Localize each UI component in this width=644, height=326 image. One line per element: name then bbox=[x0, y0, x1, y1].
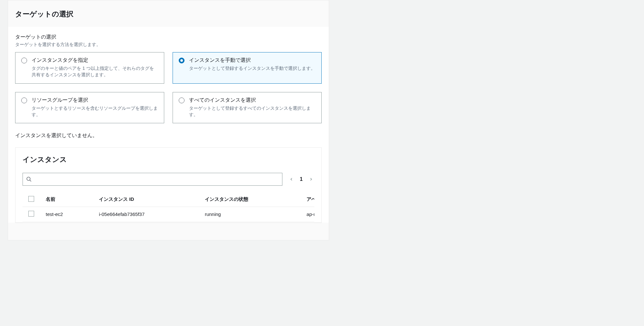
instances-table: 名前 インスタンス ID インスタンスの状態 アベイラビリティーゾーン P bbox=[23, 192, 314, 222]
select-all-header bbox=[23, 192, 40, 207]
chevron-right-icon bbox=[309, 177, 313, 182]
option-title: すべてのインスタンスを選択 bbox=[189, 97, 316, 104]
instances-panel: インスタンス 1 bbox=[15, 147, 322, 223]
option-desc: タグのキーと値のペアを 1 つ以上指定して、それらのタグを共有するインスタンスを… bbox=[32, 65, 158, 78]
table-header-row: 名前 インスタンス ID インスタンスの状態 アベイラビリティーゾーン P bbox=[23, 192, 314, 207]
radio-icon bbox=[21, 98, 27, 103]
option-choose-resource-group[interactable]: リソースグループを選択 ターゲットとするリソースを含むリソースグループを選択しま… bbox=[15, 92, 164, 124]
option-desc: ターゲットとして登録するすべてのインスタンスを選択します。 bbox=[189, 105, 316, 118]
table-row[interactable]: test-ec2 i-05e664efab7365f37 running ap-… bbox=[23, 207, 314, 222]
field-description: ターゲットを選択する方法を選択します。 bbox=[15, 42, 322, 48]
next-page-button[interactable] bbox=[308, 176, 314, 182]
row-checkbox[interactable] bbox=[28, 211, 34, 217]
option-choose-instances-manually[interactable]: インスタンスを手動で選択 ターゲットとして登録するインスタンスを手動で選択します… bbox=[173, 52, 322, 84]
instances-title: インスタンス bbox=[23, 155, 314, 164]
option-title: インスタンスを手動で選択 bbox=[189, 57, 316, 64]
target-options-grid: インスタンスタグを指定 タグのキーと値のペアを 1 つ以上指定して、それらのタグ… bbox=[15, 52, 322, 123]
col-instance-id[interactable]: インスタンス ID bbox=[93, 192, 199, 207]
search-input[interactable] bbox=[34, 176, 279, 182]
col-state[interactable]: インスタンスの状態 bbox=[199, 192, 301, 207]
page-number: 1 bbox=[300, 176, 303, 182]
cell-az: ap-northeast-1c bbox=[301, 207, 314, 222]
prev-page-button[interactable] bbox=[288, 176, 295, 182]
cell-state: running bbox=[199, 207, 301, 222]
target-selection-panel: ターゲットの選択 ターゲットの選択 ターゲットを選択する方法を選択します。 イン… bbox=[8, 0, 329, 240]
no-instance-selected-message: インスタンスを選択していません。 bbox=[15, 132, 322, 139]
select-all-checkbox[interactable] bbox=[28, 196, 34, 202]
option-desc: ターゲットとして登録するインスタンスを手動で選択します。 bbox=[189, 65, 316, 71]
svg-line-1 bbox=[30, 180, 31, 182]
cell-instance-id: i-05e664efab7365f37 bbox=[93, 207, 199, 222]
radio-icon bbox=[21, 58, 27, 63]
radio-icon bbox=[179, 58, 185, 63]
option-desc: ターゲットとするリソースを含むリソースグループを選択します。 bbox=[32, 105, 158, 118]
col-az[interactable]: アベイラビリティーゾーン bbox=[301, 192, 314, 207]
panel-header: ターゲットの選択 bbox=[8, 0, 329, 27]
radio-icon bbox=[179, 98, 185, 103]
svg-point-0 bbox=[27, 177, 30, 181]
option-title: リソースグループを選択 bbox=[32, 97, 158, 104]
panel-body: ターゲットの選択 ターゲットを選択する方法を選択します。 インスタンスタグを指定… bbox=[8, 27, 329, 223]
panel-title: ターゲットの選択 bbox=[15, 9, 322, 19]
pagination: 1 bbox=[288, 176, 314, 182]
option-choose-all-instances[interactable]: すべてのインスタンスを選択 ターゲットとして登録するすべてのインスタンスを選択し… bbox=[173, 92, 322, 124]
option-title: インスタンスタグを指定 bbox=[32, 57, 158, 64]
option-specify-instance-tags[interactable]: インスタンスタグを指定 タグのキーと値のペアを 1 つ以上指定して、それらのタグ… bbox=[15, 52, 164, 84]
chevron-left-icon bbox=[289, 177, 294, 182]
instances-toolbar: 1 bbox=[23, 173, 314, 186]
search-icon bbox=[26, 176, 32, 182]
instances-table-scroll[interactable]: 名前 インスタンス ID インスタンスの状態 アベイラビリティーゾーン P bbox=[23, 192, 314, 222]
col-name[interactable]: 名前 bbox=[40, 192, 93, 207]
cell-name: test-ec2 bbox=[40, 207, 93, 222]
instances-search-box[interactable] bbox=[23, 173, 282, 186]
field-label: ターゲットの選択 bbox=[15, 34, 322, 41]
